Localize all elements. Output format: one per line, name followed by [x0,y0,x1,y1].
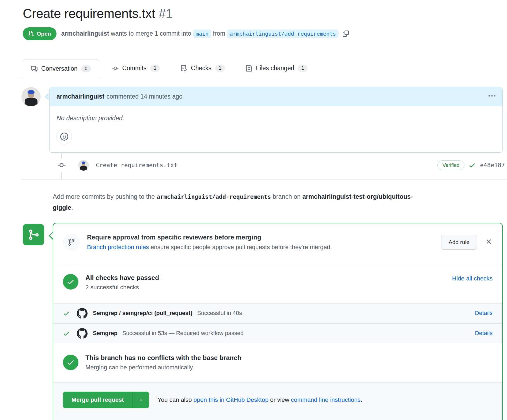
pr-merge-summary: armchairlinguist wants to merge 1 commit… [61,29,349,39]
merge-status-area: Require approval from specific reviewers… [53,223,503,420]
approval-rule-section: Require approval from specific reviewers… [53,223,502,265]
tab-checks-count: 1 [215,65,225,72]
no-conflicts-text: This branch has no conflicts with the ba… [85,354,241,371]
checks-summary-title: All checks have passed [85,274,159,282]
push-note-text-3: . [71,204,73,211]
github-logo-icon [77,328,88,339]
commit-row: Create requirements.txt Verified e48e187 [0,159,507,172]
commit-sha-link[interactable]: e48e187 [480,162,505,168]
tab-commits-label: Commits [122,65,147,72]
merge-options-dropdown[interactable] [133,392,149,408]
merge-actions-footer: Merge pull request You can also open thi… [53,382,502,420]
smiley-icon [60,133,68,141]
check-success-icon [63,330,70,337]
check-details-link[interactable]: Details [475,330,493,337]
add-reaction-button[interactable] [56,129,72,144]
push-note-text-1: Add more commits by pushing to the [53,193,157,200]
approval-rule-title: Require approval from specific reviewers… [87,234,332,241]
status-badge-label: Open [37,31,51,37]
push-note: Add more commits by pushing to the armch… [53,191,427,213]
merge-split-button: Merge pull request [63,392,149,408]
git-pull-request-icon [28,31,34,37]
approval-rule-description: Branch protection rules ensure specific … [87,244,332,251]
comment-meta: commented 14 minutes ago [107,93,183,100]
pr-timeline: Create requirements.txt Verified e48e187 [0,153,507,179]
tab-checks[interactable]: Checks 1 [173,59,233,78]
divider [21,179,507,179]
pr-number: #1 [159,6,173,21]
approval-controls: Add rule [441,235,493,250]
checks-summary-section: All checks have passed 2 successful chec… [53,265,502,303]
conversation-section: armchairlinguist commented 14 minutes ag… [0,87,507,153]
tab-conversation[interactable]: Conversation 0 [23,59,99,78]
page-title: Create requirements.txt #1 [23,6,503,21]
check-row-semgrep-ci: Semgrep / semgrep/ci (pull_request) Succ… [53,303,502,323]
copy-branch-button[interactable] [343,31,349,38]
check-status: Successful in 40s [197,310,242,317]
base-branch-label[interactable]: main [193,29,211,38]
comment-author-link[interactable]: armchairlinguist [56,93,104,100]
pr-title-text: Create requirements.txt [23,6,155,21]
check-details-link[interactable]: Details [475,310,493,317]
pr-status-row: Open armchairlinguist wants to merge 1 c… [23,27,503,40]
merge-box: Require approval from specific reviewers… [53,223,503,420]
merge-summary-text-1: wants to merge 1 commit into [111,30,191,37]
push-note-text-2: branch on [271,193,302,200]
comment-body: No description provided. [50,106,502,122]
merge-note-text-2: or view [268,396,291,403]
checks-summary-subtitle: 2 successful checks [85,284,159,291]
tab-conversation-count: 0 [81,65,91,72]
add-rule-button[interactable]: Add rule [441,235,477,250]
commit-meta: Verified e48e187 [437,160,505,170]
check-name: Semgrep [93,330,118,337]
author-link[interactable]: armchairlinguist [61,30,109,37]
tab-files-changed-label: Files changed [256,65,294,72]
git-branch-icon [63,234,80,251]
checks-summary-text: All checks have passed 2 successful chec… [85,274,159,291]
tab-commits-count: 1 [150,65,160,72]
approval-rule-description-text: ensure specific people approve pull requ… [149,244,332,250]
pull-request-page: Create requirements.txt #1 Open armchair… [0,6,507,420]
branch-protection-rules-link[interactable]: Branch protection rules [87,244,149,250]
verified-badge[interactable]: Verified [437,160,464,170]
head-branch-label[interactable]: armchairlinguist/add-requirements [227,29,339,38]
check-circle-icon [63,355,78,370]
pr-tab-nav: Conversation 0 Commits 1 Checks 1 Files … [0,59,507,78]
no-conflicts-subtitle: Merging can be performed automatically. [85,364,241,371]
commit-author-avatar[interactable] [78,160,89,171]
merge-alternatives-note: You can also open this in GitHub Desktop… [158,396,362,403]
merge-note-text-1: You can also [158,396,194,403]
tab-files-changed-count: 1 [298,65,308,72]
checklist-icon [181,65,187,72]
commit-check-icon [469,162,476,169]
merge-summary-text-2: from [213,30,225,37]
close-icon [485,238,493,245]
file-diff-icon [246,65,252,72]
comment-header: armchairlinguist commented 14 minutes ag… [50,87,502,106]
merge-box-arrow [49,231,53,240]
tab-conversation-label: Conversation [41,65,78,72]
check-name: Semgrep / semgrep/ci (pull_request) [93,310,192,317]
git-commit-icon [112,65,119,72]
no-conflicts-title: This branch has no conflicts with the ba… [85,354,241,362]
git-merge-icon [23,224,44,245]
push-note-branch: armchairlinguist/add-requirements [157,193,271,200]
approval-rule-text: Require approval from specific reviewers… [87,234,332,251]
author-avatar[interactable] [21,87,41,106]
git-commit-icon [52,159,71,172]
check-circle-icon [63,274,78,290]
merge-note-text-3: . [361,396,362,403]
dismiss-approval-button[interactable] [485,238,493,246]
merge-pull-request-button[interactable]: Merge pull request [63,392,133,408]
hide-all-checks-link[interactable]: Hide all checks [452,275,493,282]
check-success-icon [63,310,70,317]
commit-message-link[interactable]: Create requirements.txt [96,162,177,168]
tab-checks-label: Checks [191,65,211,72]
status-badge: Open [23,27,56,40]
command-line-instructions-link[interactable]: command line instructions [291,396,361,403]
comment-options-button[interactable] [489,93,495,100]
pr-description-comment: armchairlinguist commented 14 minutes ag… [49,87,503,153]
tab-files-changed[interactable]: Files changed 1 [238,59,316,78]
github-desktop-link[interactable]: open this in GitHub Desktop [194,396,268,403]
tab-commits[interactable]: Commits 1 [104,59,168,78]
